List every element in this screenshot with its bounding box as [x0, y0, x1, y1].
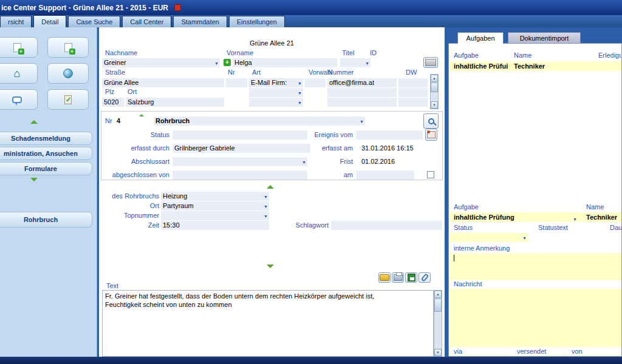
nav-label: Schadensmeldung	[11, 135, 70, 142]
tab-label: rsicht	[8, 18, 24, 25]
art-dropdown-3[interactable]	[249, 98, 303, 107]
phone-list-scrollbar[interactable]	[430, 74, 439, 109]
text-area[interactable]: Fr. Greiner hat festgestellt, dass der B…	[102, 290, 434, 357]
alert-icon	[174, 4, 181, 11]
text-scrollbar[interactable]	[434, 290, 442, 357]
art-dropdown-1[interactable]: E-Mail Firm:	[249, 78, 303, 87]
zeit-value: 15:30	[163, 221, 180, 229]
detail-ort-dropdown[interactable]: Partyraum	[161, 201, 269, 211]
sidebar-item-formulare[interactable]: Formulare	[0, 162, 92, 175]
tab-case-suche[interactable]: Case Suche	[68, 16, 120, 27]
collapse-up-icon[interactable]	[267, 185, 274, 189]
strasse-field[interactable]: Grüne Allee	[102, 78, 224, 87]
print-button[interactable]	[392, 272, 404, 283]
nummer-field-3[interactable]	[327, 98, 397, 107]
home-button[interactable]	[0, 63, 38, 84]
nummer-label: Nummer	[328, 69, 354, 76]
ort-value: Salzburg	[128, 98, 154, 106]
vorname-field[interactable]: Helga	[233, 58, 337, 67]
detail-ort-label: Ort	[103, 202, 159, 209]
ereignis-vom-label: Ereignis vom	[304, 131, 353, 138]
scrollbar-thumb[interactable]	[434, 298, 442, 312]
tab-stammdaten[interactable]: Stammdaten	[173, 16, 227, 27]
nummer-field-1[interactable]: office@firma.at	[327, 78, 397, 87]
interne-anmerkung-area[interactable]	[449, 253, 622, 280]
topnummer-dropdown[interactable]	[161, 211, 269, 220]
dropdown-icon[interactable]: ▼	[573, 215, 577, 224]
ort-field[interactable]: Salzburg	[126, 98, 224, 107]
tab-detail[interactable]: Detail	[33, 15, 66, 27]
scroll-down-icon[interactable]	[434, 349, 442, 356]
ereignis-vom-field[interactable]	[356, 130, 423, 140]
nachname-field[interactable]: Greiner	[102, 58, 220, 67]
tab-uebersicht[interactable]: rsicht	[0, 16, 32, 27]
scrollbar-thumb[interactable]	[431, 83, 438, 92]
abgeschlossen-von-field[interactable]	[173, 170, 307, 180]
abschlussart-dropdown[interactable]	[173, 157, 307, 166]
hausnr-field[interactable]	[226, 78, 247, 87]
schlagwort-field[interactable]	[331, 221, 442, 230]
tab-einstellungen[interactable]: Einstellungen	[229, 16, 285, 27]
abgeschlossen-checkbox[interactable]	[427, 171, 434, 178]
via-label: via	[454, 348, 462, 355]
add-contact-button[interactable]	[0, 37, 38, 58]
sidebar-item-administration[interactable]: ministration, Ansuchen	[0, 147, 92, 160]
attachment-button[interactable]	[419, 272, 431, 283]
chat-bubble-icon	[12, 96, 22, 103]
lookup-button[interactable]	[423, 57, 438, 68]
status-field[interactable]	[173, 130, 307, 140]
col-erledigung-header[interactable]: Erledigun	[598, 52, 622, 59]
vorwahl-field-1[interactable]	[305, 78, 326, 87]
nummer-field-2[interactable]	[327, 88, 397, 97]
erfasst-am-value: 31.01.2016 16:15	[361, 144, 414, 152]
case-type-dropdown[interactable]: Rohrbruch	[154, 116, 365, 126]
globe-button[interactable]	[47, 63, 89, 84]
tab-aufgaben[interactable]: Aufgaben	[457, 32, 504, 44]
task-detail-row[interactable]: inhaltliche Prüfung ▼ Techniker	[449, 212, 622, 222]
case-nr-field[interactable]: 4	[115, 116, 151, 126]
des-rohrbruchs-dropdown[interactable]: Heizung	[161, 192, 269, 201]
zeit-field[interactable]: 15:30	[161, 221, 269, 230]
scroll-up-icon[interactable]	[431, 75, 438, 82]
window-title: ice Center Support - Grüne Allee 21 - 20…	[1, 4, 168, 12]
col-aufgabe-header[interactable]: Aufgabe	[454, 52, 479, 59]
statustext-label: Statustext	[538, 224, 568, 231]
col-name-header[interactable]: Name	[514, 52, 531, 59]
erfasst-durch-field[interactable]: Grilnberger Gabriele	[173, 144, 310, 153]
sidebar-item-rohrbruch[interactable]: Rohrbruch	[0, 212, 92, 228]
chat-button[interactable]	[0, 89, 38, 110]
tab-call-center[interactable]: Call Center	[122, 16, 171, 27]
status-dropdown[interactable]	[449, 233, 528, 242]
app-window: ice Center Support - Grüne Allee 21 - 20…	[0, 0, 622, 364]
dw-field-1[interactable]	[398, 78, 428, 87]
id-label: ID	[370, 49, 377, 56]
search-button[interactable]	[423, 113, 439, 129]
sidebar-item-schadensmeldung[interactable]: Schadensmeldung	[0, 132, 92, 145]
tasks-button[interactable]	[47, 89, 89, 110]
am-field[interactable]	[356, 170, 414, 180]
titel-dropdown[interactable]	[340, 58, 371, 67]
save-button[interactable]	[405, 272, 417, 283]
strasse-value: Grüne Allee	[104, 79, 138, 86]
art-dropdown-2[interactable]	[249, 88, 303, 97]
import-document-icon	[64, 43, 72, 52]
scroll-down-icon[interactable]	[431, 101, 438, 109]
plz-field[interactable]: 5020	[102, 98, 125, 107]
open-folder-button[interactable]	[378, 272, 391, 283]
zeit-label: Zeit	[103, 221, 159, 229]
case-section: Nr 4 Rohrbruch Status Ereignis vom erfas…	[101, 111, 443, 180]
add-person-icon[interactable]	[224, 59, 231, 66]
dw-field-2[interactable]	[398, 88, 428, 97]
nachricht-area[interactable]	[449, 289, 622, 347]
nav-label: Formulare	[24, 165, 57, 172]
collapse-up-icon[interactable]	[30, 120, 38, 124]
tab-dokumentimport[interactable]: Dokumentimport	[508, 32, 581, 44]
task-row[interactable]: inhaltliche Prüfui Techniker	[449, 61, 622, 71]
collapse-down-icon[interactable]	[267, 265, 274, 268]
collapse-down-icon[interactable]	[30, 178, 38, 181]
import-document-button[interactable]	[47, 37, 89, 58]
titel-label: Titel	[342, 49, 354, 56]
scroll-up-icon[interactable]	[434, 291, 442, 298]
contact-card-button[interactable]	[425, 129, 437, 141]
dw-field-3[interactable]	[398, 98, 428, 107]
